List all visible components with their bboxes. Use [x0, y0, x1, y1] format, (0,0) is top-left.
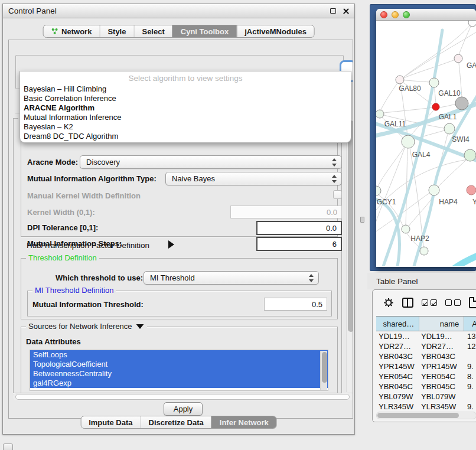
which-threshold-select[interactable]: MI Threshold [144, 271, 319, 285]
table-row[interactable]: YBL079WYBL079W [376, 392, 476, 402]
network-node-gcy1[interactable] [376, 186, 381, 195]
tab-infer-network[interactable]: Infer Network [211, 416, 276, 428]
tab-jactivemnodules[interactable]: jActiveMNodules [236, 25, 314, 37]
tab-impute-data[interactable]: Impute Data [81, 416, 140, 428]
algorithm-option-mutual-information-inference[interactable]: Mutual Information Inference [20, 113, 351, 122]
network-node-swi4[interactable] [444, 123, 455, 134]
network-window-titlebar[interactable] [376, 9, 476, 21]
export-table-icon[interactable] [469, 297, 476, 308]
table-row[interactable]: YBR045CYBR045C9. [376, 381, 476, 392]
table-row[interactable]: YBR043CYBR043C [376, 351, 476, 361]
tab-network[interactable]: Network [43, 25, 99, 37]
tab-label: Discretize Data [149, 418, 204, 427]
sources-collapse-arrow-icon[interactable] [136, 324, 144, 329]
network-node-label: GAL1 [439, 113, 457, 121]
kernel-width-field[interactable] [230, 206, 342, 219]
mi-algorithm-type-select[interactable]: Naive Bayes [165, 172, 342, 185]
table-row[interactable]: YER054CYER054C8. [376, 371, 476, 381]
network-node[interactable] [468, 21, 476, 27]
table-row[interactable]: YDL19…YDL19…13 [376, 331, 476, 341]
attribute-item-selfloops[interactable]: SelfLoops [30, 350, 328, 360]
table-horizontal-scrollbar[interactable] [376, 412, 476, 419]
column-header-a[interactable]: A [464, 317, 476, 331]
mi-threshold-field[interactable] [264, 298, 327, 311]
table-row[interactable]: YDR27…YDR27…12 [376, 341, 476, 351]
control-panel-titlebar: Control Panel [3, 4, 354, 18]
close-panel-icon[interactable] [343, 8, 349, 14]
panel-splitter-grip[interactable] [360, 217, 364, 223]
network-view-focus-frame: GAL7GAL80GAL10GAL1GAL11SWI4GAL4GCY1HAP4Y… [370, 4, 476, 271]
algorithm-option-bayesian-k2[interactable]: Bayesian – K2 [20, 122, 351, 132]
bottom-left-panel-icon[interactable] [3, 444, 13, 450]
table-cell: 9. [465, 402, 476, 412]
table-row[interactable]: YLR345WYLR345W9. [376, 402, 476, 412]
float-panel-icon[interactable] [330, 8, 336, 14]
threshold-definition-title: Threshold Definition [26, 253, 99, 262]
attribute-item-gal4rgexp[interactable]: gal4RGexp [30, 379, 328, 388]
network-node-y[interactable] [467, 185, 476, 195]
table-panel-title: Table Panel [376, 277, 418, 286]
network-node-hap2[interactable] [402, 225, 410, 233]
tab-discretize-data[interactable]: Discretize Data [141, 416, 211, 428]
network-node-gal80[interactable] [396, 76, 404, 84]
network-graph[interactable]: GAL7GAL80GAL10GAL1GAL11SWI4GAL4GCY1HAP4Y… [376, 21, 476, 266]
network-node-gal4[interactable] [402, 135, 415, 148]
tab-select[interactable]: Select [133, 25, 172, 37]
table-cell: YDL19… [420, 331, 465, 341]
select-all-columns-icon[interactable] [422, 299, 437, 306]
list-scrollbar[interactable] [320, 351, 327, 390]
settings-horizontal-scrollbar[interactable] [13, 393, 353, 400]
network-node[interactable] [420, 247, 428, 255]
aracne-mode-select[interactable]: Discovery [80, 155, 342, 169]
network-node-gal7[interactable] [454, 54, 462, 63]
dpi-tolerance-field[interactable] [256, 221, 342, 235]
window-zoom-icon[interactable] [403, 11, 410, 18]
manual-kernel-width-checkbox[interactable] [333, 190, 342, 199]
network-node-hap4[interactable] [429, 185, 439, 195]
tab-label: Impute Data [89, 418, 132, 427]
algorithm-option-basic-correlation-inference[interactable]: Basic Correlation Inference [20, 94, 351, 103]
hub-expand-arrow-icon[interactable] [168, 240, 174, 249]
network-node[interactable] [464, 149, 476, 161]
apply-button[interactable]: Apply [164, 402, 203, 416]
settings-vertical-scrollbar[interactable] [346, 119, 353, 392]
attribute-item-betweennesscentrality[interactable]: BetweennessCentrality [30, 369, 328, 379]
mi-threshold-definition-group: MI Threshold Definition Mutual Informati… [27, 291, 332, 317]
settings-gear-icon[interactable] [383, 297, 394, 308]
attribute-item-topologicalcoefficient[interactable]: TopologicalCoefficient [30, 360, 328, 369]
sources-group: Sources for Network Inference Data Attri… [21, 327, 338, 394]
aracne-mode-value: Discovery [86, 158, 120, 167]
algorithm-option-dream8-dc-tdc-algorithm[interactable]: Dream8 DC_TDC Algorithm [20, 132, 351, 141]
network-node-gal1[interactable] [432, 103, 439, 110]
table-horizontal-scrollbar-thumb[interactable] [377, 413, 459, 418]
list-scrollbar-thumb[interactable] [322, 352, 327, 383]
network-node-label: GAL11 [384, 120, 406, 128]
settings-horizontal-scrollbar-thumb[interactable] [15, 394, 350, 400]
tab-cyni-toolbox[interactable]: Cyni Toolbox [172, 25, 236, 37]
network-node-gal11[interactable] [376, 110, 384, 118]
tab-style[interactable]: Style [99, 25, 133, 37]
data-attributes-list[interactable]: SelfLoopsTopologicalCoefficientBetweenne… [30, 350, 328, 391]
table-cell: YDR27… [420, 341, 465, 351]
settings-vertical-scrollbar-thumb[interactable] [348, 120, 354, 332]
tab-label: Cyni Toolbox [181, 27, 229, 36]
unselect-all-columns-icon[interactable] [445, 299, 461, 306]
network-node-gal10[interactable] [429, 78, 439, 87]
algorithm-option-aracne-algorithm[interactable]: ARACNE Algorithm [20, 103, 351, 113]
algorithm-option-bayesian-hill-climbing[interactable]: Bayesian – Hill Climbing [20, 84, 351, 94]
column-header-shared[interactable]: shared… [376, 317, 419, 331]
split-columns-icon[interactable] [402, 298, 413, 308]
network-node-label: GAL4 [412, 151, 431, 159]
which-threshold-label: Which threshold to use: [56, 273, 143, 282]
column-header-name[interactable]: name [419, 317, 464, 331]
tab-label: Select [142, 27, 164, 36]
table-row[interactable]: YPR145WYPR145W9. [376, 361, 476, 371]
threshold-definition-group: Threshold Definition Which threshold to … [21, 258, 338, 319]
table-cell: YDL19… [376, 331, 420, 341]
network-node[interactable] [455, 97, 468, 110]
mi-steps-field[interactable] [256, 237, 342, 251]
window-minimize-icon[interactable] [392, 11, 399, 18]
control-panel-tabbar: NetworkStyleSelectCyni ToolboxjActiveMNo… [43, 25, 315, 38]
network-view-window[interactable]: GAL7GAL80GAL10GAL1GAL11SWI4GAL4GCY1HAP4Y… [376, 9, 476, 267]
window-close-icon[interactable] [380, 11, 387, 18]
